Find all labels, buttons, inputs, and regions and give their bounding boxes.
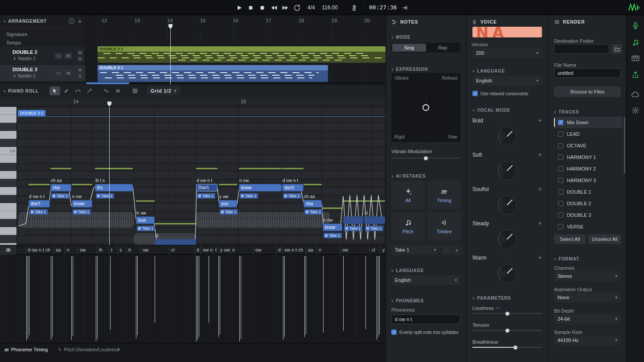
note[interactable]: y uwyouTake 1 bbox=[219, 200, 237, 207]
previous-take-button[interactable]: ‹ bbox=[441, 245, 451, 255]
track-checkbox[interactable] bbox=[558, 143, 563, 148]
relaxed-consonants-checkbox[interactable] bbox=[472, 91, 478, 96]
browse-folder-button[interactable] bbox=[611, 44, 622, 54]
phoneme-timing-item[interactable]: ow bbox=[340, 245, 348, 255]
unselect-all-button[interactable]: Unselect All bbox=[588, 234, 621, 244]
piano-key[interactable] bbox=[0, 107, 17, 115]
piano-key[interactable] bbox=[0, 211, 17, 219]
phoneme-timing-item[interactable]: aa bbox=[53, 245, 61, 255]
render-track-harmony-1[interactable]: HARMONY 1 bbox=[554, 151, 623, 163]
soulful-knob[interactable] bbox=[495, 193, 519, 217]
aspiration-output-select[interactable]: None bbox=[554, 293, 621, 302]
take-chip[interactable]: Take 1 bbox=[51, 193, 70, 199]
language-section-header[interactable]: LANGUAGE bbox=[391, 268, 424, 273]
version-select[interactable]: 200 bbox=[472, 48, 542, 58]
track-checkbox[interactable] bbox=[558, 212, 563, 218]
expression-xy-pad[interactable]: Vibrant Refined Rigid Raw bbox=[391, 73, 460, 142]
take-chip[interactable]: Take 1 bbox=[220, 209, 238, 215]
scrollbar-thumb[interactable] bbox=[624, 117, 625, 174]
render-track-octave[interactable]: OCTAVE bbox=[554, 140, 623, 151]
retake-all-button[interactable]: All bbox=[391, 181, 425, 209]
pitch-mode-button[interactable] bbox=[54, 70, 62, 77]
compose-icon[interactable] bbox=[630, 37, 641, 48]
steady-knob[interactable] bbox=[495, 227, 519, 251]
piano-key[interactable] bbox=[0, 155, 17, 163]
note[interactable]: clTake 1 bbox=[364, 216, 385, 224]
parameter-lane[interactable] bbox=[0, 255, 386, 343]
phoneme-timing-item[interactable]: aa bbox=[306, 245, 313, 255]
mode-section-header[interactable]: MODE bbox=[391, 35, 410, 40]
channels-select[interactable]: Stereo bbox=[554, 271, 621, 281]
track-double-3[interactable]: DOUBLE 3 Natalie 2 MS bbox=[0, 65, 86, 82]
add-automation-button[interactable]: + bbox=[538, 220, 542, 227]
note[interactable]: ch aachaTake 1 bbox=[50, 184, 71, 191]
retake-timing-button[interactable]: æTiming bbox=[427, 181, 461, 209]
take-chip[interactable]: Take 1 bbox=[96, 193, 114, 199]
next-take-button[interactable]: › bbox=[452, 245, 462, 255]
region-label[interactable]: DOUBLE 3 1 bbox=[18, 110, 45, 116]
arrangement-timeline[interactable]: 121314151617181920 DOUBLE 2 1 DOUBLE 3 1 bbox=[86, 15, 386, 85]
voice-language-select[interactable]: English bbox=[472, 76, 542, 85]
collapse-chevron-icon[interactable] bbox=[4, 19, 8, 24]
phoneme-timing-item[interactable]: ih bbox=[97, 245, 103, 255]
curve-tool[interactable] bbox=[73, 86, 83, 95]
phonemes-input[interactable]: d ow n t bbox=[391, 314, 460, 324]
render-track-harmony-2[interactable]: HARMONY 2 bbox=[554, 163, 623, 175]
piano-key[interactable] bbox=[0, 171, 17, 179]
clip-double2[interactable]: DOUBLE 2 1 bbox=[98, 46, 386, 63]
destination-folder-input[interactable] bbox=[554, 44, 609, 54]
vocal-mode-section-header[interactable]: VOCAL MODE bbox=[472, 108, 510, 113]
quantize-tool[interactable] bbox=[130, 86, 140, 95]
piano-roll-ruler[interactable]: 1415 bbox=[0, 97, 386, 107]
solo-button[interactable]: S bbox=[77, 56, 83, 61]
note-language-select[interactable]: English bbox=[391, 275, 460, 285]
phoneme-timing-item[interactable]: d bbox=[276, 245, 281, 255]
bounce-to-files-button[interactable]: Bounce to Files bbox=[554, 86, 621, 97]
mode-rap[interactable]: Rap bbox=[426, 44, 460, 52]
vibrato-tool[interactable] bbox=[113, 86, 123, 95]
piano-key[interactable] bbox=[0, 115, 17, 123]
loudness-slider[interactable] bbox=[472, 313, 542, 314]
slider-handle[interactable] bbox=[505, 312, 509, 316]
phoneme-timing-item[interactable]: t bbox=[109, 245, 112, 255]
track-checkbox[interactable] bbox=[558, 201, 563, 206]
note[interactable]: ch aachaTake 1 bbox=[304, 200, 322, 207]
take-chip[interactable]: Take 1 bbox=[29, 209, 48, 215]
phoneme-timing-item[interactable]: s bbox=[117, 245, 122, 255]
piano-key[interactable] bbox=[0, 179, 12, 187]
piano-key[interactable] bbox=[0, 195, 12, 203]
voice-avatar[interactable]: NA bbox=[472, 27, 542, 37]
render-track-lead[interactable]: LEAD bbox=[554, 128, 623, 140]
take-chip[interactable]: Take 1 bbox=[137, 226, 155, 231]
phoneme-timing-item[interactable]: y bbox=[380, 245, 385, 255]
piano-key[interactable] bbox=[0, 235, 12, 243]
note[interactable]: d ow n tdon'tTake 1 bbox=[29, 200, 50, 207]
tempo-display[interactable]: 116.00 bbox=[322, 0, 338, 15]
note-area[interactable]: DOUBLE 3 1 d ow n tdon'tTake 1ch aachaTa… bbox=[0, 107, 386, 245]
pitch-tool[interactable] bbox=[101, 86, 112, 95]
phoneme-timing-item[interactable]: n bbox=[230, 245, 235, 255]
track-options-button[interactable] bbox=[64, 70, 72, 77]
note[interactable]: clTake 1 bbox=[155, 239, 196, 245]
select-tool[interactable] bbox=[49, 86, 60, 95]
phoneme-timing-item[interactable]: ow bbox=[253, 245, 261, 255]
track-checkbox[interactable] bbox=[558, 178, 563, 183]
take-chip[interactable]: Take 1 bbox=[344, 226, 362, 231]
arrangement-ruler[interactable]: 121314151617181920 bbox=[86, 15, 386, 27]
record-button[interactable] bbox=[257, 2, 267, 13]
track-checkbox[interactable] bbox=[558, 120, 563, 125]
solo-button[interactable]: S bbox=[77, 73, 83, 79]
take-chip[interactable]: Take 1 bbox=[197, 193, 215, 199]
piano-key[interactable] bbox=[0, 163, 12, 171]
take-chip[interactable]: Take 1 bbox=[304, 209, 323, 215]
cloud-icon[interactable] bbox=[630, 89, 641, 100]
take-chip[interactable]: Take 1 bbox=[365, 226, 383, 231]
arrangement-playhead[interactable] bbox=[170, 24, 171, 85]
render-track-verse[interactable]: VERSE bbox=[554, 221, 623, 232]
note[interactable]: ih t sit'sTake 1 bbox=[95, 184, 133, 191]
track-checkbox[interactable] bbox=[558, 224, 563, 229]
loop-button[interactable] bbox=[291, 2, 302, 13]
phoneme-timing-item[interactable]: ow n t ch bbox=[282, 245, 303, 255]
add-track-button[interactable] bbox=[78, 18, 82, 25]
voice-language-section-header[interactable]: LANGUAGE bbox=[472, 69, 505, 73]
